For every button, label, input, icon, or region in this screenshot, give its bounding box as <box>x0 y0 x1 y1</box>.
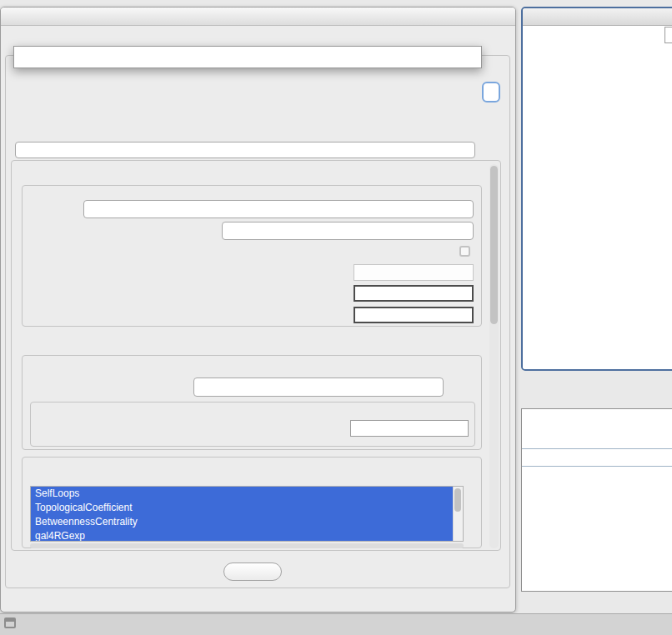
which-threshold-select[interactable] <box>193 378 444 397</box>
network-window-titlebar <box>523 8 672 26</box>
table-toolbar <box>522 409 672 448</box>
algorithm-popup-prompt <box>14 47 481 64</box>
attribute-betweennesscentrality[interactable]: BetweennessCentrality <box>31 515 453 529</box>
screen: SelfLoopsTopologicalCoefficientBetweenne… <box>0 0 672 635</box>
mi-threshold-field[interactable] <box>350 420 469 437</box>
mi-steps-field[interactable] <box>354 307 474 323</box>
apply-button[interactable] <box>223 562 282 581</box>
attribute-selfloops[interactable]: SelfLoops <box>31 487 453 501</box>
bottom-dock-strip <box>0 613 672 635</box>
network-view-window <box>521 7 672 371</box>
attributes-horizontal-scrollbar[interactable] <box>30 543 464 548</box>
attribute-topologicalcoefficient[interactable]: TopologicalCoefficient <box>31 501 453 515</box>
algorithm-combo[interactable] <box>15 142 475 158</box>
table-panel-window <box>521 408 672 592</box>
algorithm-combo-focus-fragment[interactable] <box>482 82 500 102</box>
network-overview-box[interactable] <box>664 27 672 43</box>
network-svg <box>523 26 672 369</box>
kernel-width-field[interactable] <box>354 264 474 281</box>
attributes-scrollbar[interactable] <box>453 487 463 541</box>
manual-kernel-checkbox[interactable] <box>459 246 470 257</box>
settings-scrollbar-thumb[interactable] <box>490 166 498 324</box>
attributes-scrollbar-thumb[interactable] <box>454 488 461 512</box>
aracne-mode-select[interactable] <box>83 200 474 218</box>
attribute-gal4rgexp[interactable]: gal4RGexp <box>31 529 453 542</box>
data-attributes-list[interactable]: SelfLoopsTopologicalCoefficientBetweenne… <box>30 486 464 542</box>
control-panel-titlebar <box>1 8 515 26</box>
mi-type-select[interactable] <box>222 222 474 240</box>
algorithm-popup <box>13 46 482 68</box>
table-header <box>522 448 672 467</box>
dpi-tolerance-field[interactable] <box>354 285 474 302</box>
docked-panel-icon[interactable] <box>4 618 16 628</box>
network-canvas[interactable] <box>523 26 672 369</box>
